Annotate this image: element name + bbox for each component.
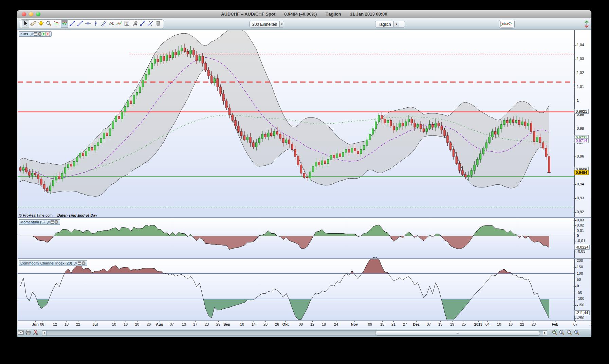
magnifier-icon (45, 20, 52, 28)
link-chart-icon[interactable] (583, 20, 590, 29)
cci-panel-label: Commodity Channel Index (20) (20, 261, 72, 265)
tool-cursor-button[interactable] (22, 20, 29, 28)
scrollbar-thumb[interactable]: ☰ (375, 331, 540, 335)
price-wrench-icon[interactable] (30, 32, 34, 36)
close-window-button[interactable] (22, 12, 26, 16)
momentum-panel-tab-icons (46, 220, 58, 224)
zoom-preset-button[interactable] (551, 330, 558, 336)
date-axis-label: Sep (223, 322, 230, 326)
tool-auto-trend-button[interactable] (115, 20, 123, 28)
momentum-panel-tab[interactable]: Momentum (5) (19, 219, 60, 225)
tool-ruler-button[interactable] (30, 20, 37, 28)
date-axis[interactable]: Jun06121822Jul10162026Aug0713172329Sep10… (18, 321, 591, 328)
date-axis-label: Okt (282, 322, 289, 326)
momentum-wrench-icon[interactable] (46, 220, 50, 224)
prorealtime-window: AUDCHF – AUD/CHF Spot 0,9484 (–0,06%) Tä… (17, 10, 591, 337)
cci-close-icon[interactable] (81, 261, 86, 265)
fibonacci-icon (108, 20, 115, 28)
cci-frame-icon[interactable] (77, 261, 81, 265)
date-axis-label: 26 (275, 322, 279, 326)
momentum-axis-tick: -0,01 (577, 239, 585, 243)
date-axis-label: 10 (497, 322, 501, 326)
cci-axis-tick: -250 (577, 316, 584, 320)
zoom-window-button[interactable] (36, 12, 40, 16)
chart-region: Kurs © ProRealTime.com Daten sind End-of… (18, 30, 591, 329)
cci-panel-tab-icons (73, 261, 86, 265)
tool-pattern-detect-button[interactable] (53, 20, 60, 28)
price-axis-tick: 1,03 (577, 57, 584, 61)
date-axis-label: 06 (40, 322, 44, 326)
window-titlebar[interactable]: AUDCHF – AUD/CHF Spot 0,9484 (–0,06%) Tä… (17, 10, 591, 18)
timeframe-dropdown[interactable]: Täglich ▼ (375, 21, 405, 28)
momentum-axis-tick: 0,03 (577, 218, 584, 222)
tool-segment-button[interactable] (76, 20, 84, 28)
cci-wrench-icon[interactable] (73, 261, 77, 265)
horizontal-scrollbar[interactable]: ☰ (47, 330, 543, 336)
zoom-fit-button[interactable] (558, 330, 566, 336)
drawing-tools-group: T (20, 19, 164, 29)
zoom-preset-icon (551, 329, 558, 337)
tool-fibonacci-button[interactable] (108, 20, 115, 28)
tool-crossed-line-button[interactable] (147, 20, 154, 28)
tool-vertical-line-button[interactable] (92, 20, 99, 28)
traffic-lights (22, 12, 40, 16)
date-axis-label: Jun (32, 322, 39, 326)
date-axis-label: 12 (310, 322, 314, 326)
title-period: Täglich (326, 10, 341, 18)
price-arrow-up-icon[interactable] (42, 32, 46, 36)
tool-parallel-lines-button[interactable] (100, 20, 107, 28)
chevron-down-icon[interactable]: ▼ (393, 21, 399, 27)
title-quote: 0,9484 (–0,06%) (284, 10, 317, 18)
indicators-button[interactable] (499, 20, 515, 29)
chevron-down-icon[interactable]: ▼ (279, 21, 284, 27)
price-axis-tick: 1,01 (577, 85, 584, 89)
date-axis-label: 16 (124, 322, 128, 326)
pattern-detect-icon (53, 20, 60, 28)
zoom-out-button[interactable] (566, 330, 573, 336)
auto-trend-icon (116, 20, 123, 28)
tool-alarm-button[interactable] (37, 20, 45, 28)
momentum-close-icon[interactable] (54, 220, 58, 224)
scroll-left-button[interactable]: ◄ (42, 330, 47, 336)
mini-chart-icon (500, 21, 513, 28)
zoom-in-button[interactable] (573, 330, 580, 336)
watermark: © ProRealTime.com Daten sind End-of-Day (19, 213, 97, 218)
price-frame-icon[interactable] (34, 32, 38, 36)
cut-button[interactable] (32, 330, 39, 336)
tool-trash-button[interactable] (154, 20, 162, 28)
cci-axis-tick: 0 (577, 284, 579, 288)
price-panel-tab[interactable]: Kurs (19, 31, 52, 37)
tool-extend-arrows-button[interactable] (139, 20, 146, 28)
cci-axis-tick: 100 (577, 271, 583, 275)
price-axis-tick: 0,94 (577, 182, 584, 186)
date-axis-label: 24 (334, 322, 338, 326)
tool-magnifier-button[interactable] (45, 20, 53, 28)
date-axis-label: 13 (438, 322, 442, 326)
panel-separator[interactable] (18, 217, 591, 218)
ruler-icon (30, 20, 37, 28)
tool-tools-button[interactable] (131, 20, 139, 28)
cci-panel-tab[interactable]: Commodity Channel Index (20) (19, 260, 87, 266)
panel-separator[interactable] (18, 258, 591, 259)
tool-chart-mode-button[interactable] (61, 20, 68, 28)
scroll-right-button[interactable]: ► (543, 330, 547, 336)
print-button[interactable] (24, 330, 32, 336)
tool-trendline-points-button[interactable] (69, 20, 76, 28)
date-axis-label: 12 (53, 322, 57, 326)
price-close-icon[interactable] (38, 32, 42, 36)
tool-horizontal-line-button[interactable] (84, 20, 92, 28)
price-add-icon[interactable] (46, 32, 50, 36)
date-axis-label: Nov (351, 322, 358, 326)
minimize-window-button[interactable] (29, 12, 33, 16)
date-axis-label: 08 (299, 322, 303, 326)
mail-button[interactable] (17, 330, 24, 336)
price-axis-tick: 1 (577, 98, 579, 103)
chart-canvas[interactable] (18, 30, 574, 321)
cci-axis-tick: -150 (577, 303, 584, 307)
momentum-frame-icon[interactable] (50, 220, 54, 224)
date-axis-label: 07 (427, 322, 431, 326)
tool-text-button[interactable]: T (123, 20, 131, 28)
units-dropdown[interactable]: 200 Einheiten ▼ (250, 21, 284, 28)
axis-marker-bollinger-upper: 0,9921 (574, 109, 589, 114)
value-axis[interactable]: 1,041,031,021,0110,990,980,970,960,950,9… (574, 30, 591, 321)
